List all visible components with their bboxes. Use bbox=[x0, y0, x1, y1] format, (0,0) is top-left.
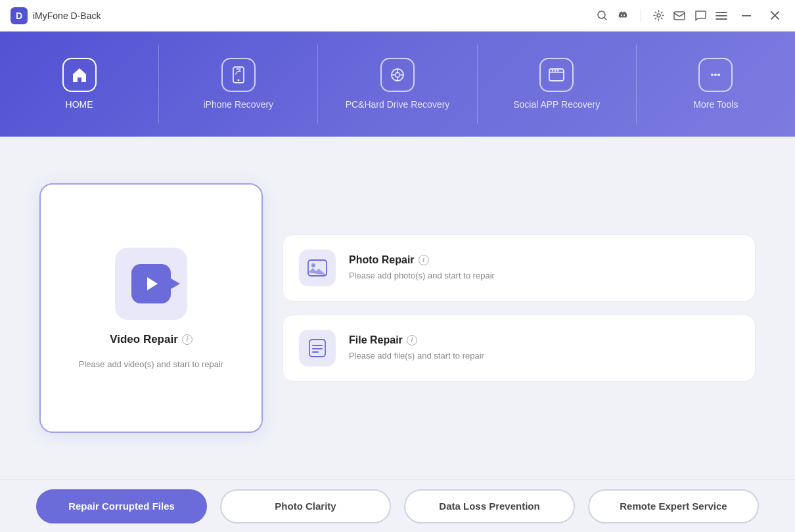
photo-repair-icon-bg bbox=[299, 250, 336, 286]
iphone-icon bbox=[221, 58, 256, 92]
nav-iphone-label: iPhone Recovery bbox=[203, 99, 273, 110]
video-repair-title: Video Repair i bbox=[110, 333, 193, 346]
photo-repair-title: Photo Repair i bbox=[349, 254, 495, 266]
svg-line-1 bbox=[604, 18, 607, 20]
right-cards: Photo Repair i Please add photo(s) and s… bbox=[283, 234, 756, 382]
mail-icon[interactable] bbox=[673, 11, 685, 20]
nav-item-more-tools[interactable]: More Tools bbox=[637, 32, 795, 137]
remote-expert-service-button[interactable]: Remote Expert Service bbox=[588, 489, 759, 523]
svg-point-19 bbox=[552, 70, 553, 71]
svg-point-21 bbox=[557, 70, 558, 71]
video-repair-icon-bg bbox=[115, 248, 187, 320]
video-play-icon bbox=[131, 264, 171, 303]
main-content: Video Repair i Please add video(s) and s… bbox=[0, 137, 795, 479]
minimize-button[interactable] bbox=[737, 12, 756, 19]
file-repair-title: File Repair i bbox=[349, 334, 484, 346]
photo-repair-desc: Please add photo(s) and start to repair bbox=[349, 270, 495, 282]
svg-point-11 bbox=[237, 79, 239, 81]
svg-rect-3 bbox=[674, 12, 685, 20]
video-repair-card[interactable]: Video Repair i Please add video(s) and s… bbox=[39, 183, 263, 433]
svg-point-24 bbox=[717, 74, 720, 76]
search-icon[interactable] bbox=[597, 10, 608, 21]
nav-home-label: HOME bbox=[66, 99, 93, 110]
camera-ear-icon bbox=[171, 278, 180, 289]
discord-icon[interactable] bbox=[617, 10, 629, 22]
nav-item-home[interactable]: HOME bbox=[0, 32, 158, 137]
photo-repair-text: Photo Repair i Please add photo(s) and s… bbox=[349, 254, 495, 282]
bottom-bar: Repair Corrupted Files Photo Clarity Dat… bbox=[0, 479, 795, 532]
video-repair-desc: Please add video(s) and start to repair bbox=[79, 359, 223, 369]
close-button[interactable] bbox=[765, 9, 784, 22]
nav-pc-label: PC&Hard Drive Recovery bbox=[346, 99, 450, 110]
file-repair-text: File Repair i Please add file(s) and sta… bbox=[349, 334, 484, 362]
nav-item-social-recovery[interactable]: Social APP Recovery bbox=[478, 32, 636, 137]
repair-corrupted-files-button[interactable]: Repair Corrupted Files bbox=[36, 489, 207, 523]
photo-repair-info-icon[interactable]: i bbox=[419, 255, 429, 265]
photo-clarity-button[interactable]: Photo Clarity bbox=[220, 489, 391, 523]
home-icon bbox=[62, 58, 97, 92]
title-bar: D iMyFone D-Back bbox=[0, 0, 795, 32]
chat-icon[interactable] bbox=[694, 10, 706, 22]
file-repair-card[interactable]: File Repair i Please add file(s) and sta… bbox=[283, 315, 756, 382]
svg-point-22 bbox=[711, 74, 714, 76]
toolbar-divider bbox=[641, 9, 641, 22]
nav-item-pc-recovery[interactable]: PC&Hard Drive Recovery bbox=[318, 32, 476, 137]
file-repair-icon-bg bbox=[299, 330, 336, 366]
app-logo: D iMyFone D-Back bbox=[11, 7, 597, 24]
file-repair-desc: Please add file(s) and start to repair bbox=[349, 350, 484, 362]
nav-social-label: Social APP Recovery bbox=[513, 99, 600, 110]
title-bar-controls bbox=[597, 9, 784, 22]
nav-bar: HOME iPhone Recovery bbox=[0, 32, 795, 137]
svg-point-20 bbox=[555, 70, 556, 71]
nav-more-label: More Tools bbox=[693, 99, 738, 110]
video-repair-info-icon[interactable]: i bbox=[182, 334, 193, 345]
pc-icon bbox=[380, 58, 415, 92]
logo-icon: D bbox=[11, 7, 28, 24]
menu-icon[interactable] bbox=[716, 11, 727, 20]
svg-rect-18 bbox=[549, 69, 564, 81]
nav-item-iphone-recovery[interactable]: iPhone Recovery bbox=[159, 32, 317, 137]
settings-icon[interactable] bbox=[653, 10, 664, 21]
svg-point-27 bbox=[311, 263, 315, 267]
app-title: iMyFone D-Back bbox=[33, 11, 101, 21]
data-loss-prevention-button[interactable]: Data Loss Prevention bbox=[404, 489, 575, 523]
svg-point-2 bbox=[657, 14, 660, 17]
photo-repair-card[interactable]: Photo Repair i Please add photo(s) and s… bbox=[283, 234, 756, 301]
more-tools-icon bbox=[698, 58, 733, 92]
social-icon bbox=[539, 58, 574, 92]
file-repair-info-icon[interactable]: i bbox=[407, 335, 417, 345]
svg-point-23 bbox=[714, 74, 717, 76]
svg-point-13 bbox=[396, 72, 400, 77]
